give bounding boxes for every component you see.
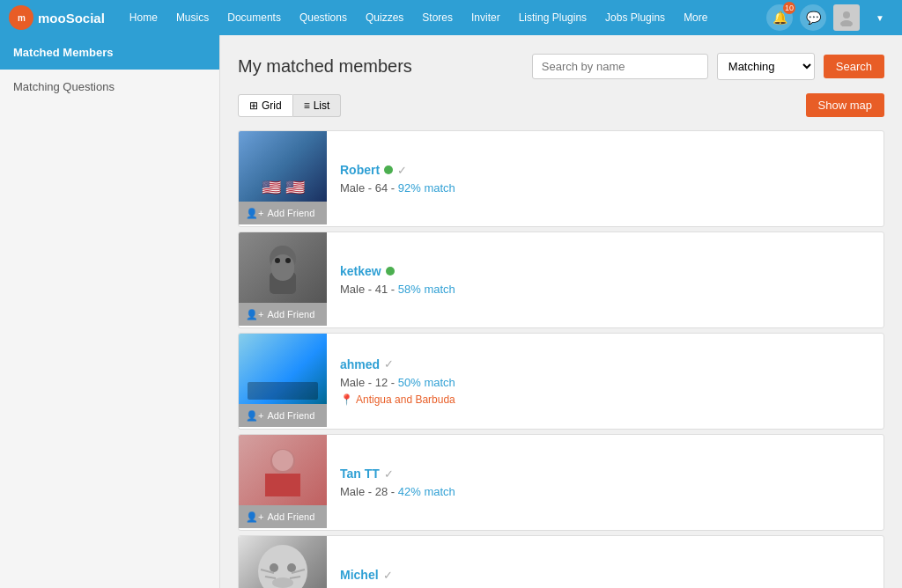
member-info-michel: Michel ✓ Male - 9 - 33% match xyxy=(327,536,462,588)
sidebar-item-matching-questions[interactable]: Matching Questions xyxy=(0,70,219,104)
nav-more[interactable]: More xyxy=(676,7,714,28)
svg-point-3 xyxy=(840,20,853,26)
nav-home[interactable]: Home xyxy=(122,7,165,28)
svg-text:m: m xyxy=(18,13,26,23)
member-name-tantt[interactable]: Tan TT xyxy=(340,467,380,481)
svg-rect-6 xyxy=(271,254,294,281)
nav-jobs-plugins[interactable]: Jobs Plugins xyxy=(598,7,672,28)
main-layout: Matched Members Matching Questions My ma… xyxy=(0,35,902,588)
table-row: 👤+ Add Friend Michel ✓ Male - 9 - 33% ma… xyxy=(238,535,884,588)
nav-documents[interactable]: Documents xyxy=(220,7,288,28)
logo-text: mooSocial xyxy=(38,11,105,26)
nav-questions[interactable]: Questions xyxy=(292,7,354,28)
search-input[interactable] xyxy=(532,54,708,79)
location-pin-icon: 📍 xyxy=(340,393,353,406)
add-friend-icon-ketkew: 👤+ xyxy=(246,309,263,320)
messages-button[interactable]: 💬 xyxy=(800,4,826,31)
table-row: 🇺🇸 🇺🇸 👤+ Add Friend Robert ✓ xyxy=(238,130,884,227)
svg-rect-10 xyxy=(265,474,300,496)
member-photo-tantt: 👤+ Add Friend xyxy=(239,435,327,530)
member-meta-ahmed: Male - 12 - 50% match xyxy=(340,376,455,389)
member-photo-ahmed: 👤+ Add Friend xyxy=(239,334,327,429)
member-meta-tantt: Male - 28 - 42% match xyxy=(340,485,455,498)
member-info-robert: Robert ✓ Male - 64 - 92% match xyxy=(327,131,469,226)
view-toggle: ⊞ Grid ≡ List xyxy=(238,94,341,117)
member-location-ahmed: 📍 Antigua and Barbuda xyxy=(340,393,455,406)
table-row: 👤+ Add Friend ketkew Male - 41 - 58% mat… xyxy=(238,232,884,328)
verified-icon-ahmed: ✓ xyxy=(384,357,394,371)
member-info-tantt: Tan TT ✓ Male - 28 - 42% match xyxy=(327,435,469,530)
toolbar: ⊞ Grid ≡ List Show map xyxy=(238,93,884,117)
add-friend-button-tantt[interactable]: 👤+ Add Friend xyxy=(239,505,327,528)
svg-point-8 xyxy=(285,258,291,263)
list-view-button[interactable]: ≡ List xyxy=(293,94,342,117)
member-photo-michel: 👤+ Add Friend xyxy=(239,536,327,588)
member-meta-robert: Male - 64 - 92% match xyxy=(340,181,455,195)
nav-stores[interactable]: Stores xyxy=(415,7,460,28)
member-info-ketkew: ketkew Male - 41 - 58% match xyxy=(327,232,469,327)
member-info-ahmed: ahmed ✓ Male - 12 - 50% match 📍 Antigua … xyxy=(327,334,469,429)
notification-badge: 10 xyxy=(783,2,795,14)
member-name-michel[interactable]: Michel xyxy=(340,568,379,582)
grid-view-button[interactable]: ⊞ Grid xyxy=(238,94,293,117)
nav-inviter[interactable]: Inviter xyxy=(464,7,507,28)
member-name-ketkew[interactable]: ketkew xyxy=(340,264,381,278)
nav-listing-plugins[interactable]: Listing Plugins xyxy=(512,7,594,28)
online-indicator-ketkew xyxy=(386,267,395,276)
svg-point-11 xyxy=(272,450,293,471)
page-title: My matched members xyxy=(238,56,523,77)
search-button[interactable]: Search xyxy=(824,55,884,78)
list-icon: ≡ xyxy=(304,99,310,112)
member-photo-ketkew: 👤+ Add Friend xyxy=(239,232,327,327)
members-list: 🇺🇸 🇺🇸 👤+ Add Friend Robert ✓ xyxy=(238,130,884,588)
online-indicator-robert xyxy=(384,165,393,174)
table-row: 👤+ Add Friend Tan TT ✓ Male - 28 - 42% m… xyxy=(238,434,884,531)
svg-point-7 xyxy=(275,258,280,263)
top-nav: m mooSocial Home Musics Documents Questi… xyxy=(0,0,902,35)
table-row: 👤+ Add Friend ahmed ✓ Male - 12 - 50% ma… xyxy=(238,333,884,430)
nav-quizzes[interactable]: Quizzes xyxy=(359,7,410,28)
user-avatar[interactable] xyxy=(833,4,860,31)
main-content: My matched members Matching Friends All … xyxy=(220,35,902,588)
add-friend-button-ahmed[interactable]: 👤+ Add Friend xyxy=(239,404,327,427)
member-meta-ketkew: Male - 41 - 58% match xyxy=(340,283,455,296)
verified-icon-tantt: ✓ xyxy=(384,467,394,481)
logo-icon: m xyxy=(9,5,33,30)
sidebar-item-matched-members[interactable]: Matched Members xyxy=(0,35,219,70)
add-friend-button-robert[interactable]: 👤+ Add Friend xyxy=(239,202,327,224)
verified-icon-michel: ✓ xyxy=(383,569,393,582)
member-name-robert[interactable]: Robert xyxy=(340,163,380,177)
svg-point-13 xyxy=(270,563,278,572)
add-friend-icon-ahmed: 👤+ xyxy=(246,410,263,422)
search-dropdown[interactable]: Matching Friends All Members xyxy=(717,53,815,80)
svg-point-2 xyxy=(843,11,850,18)
grid-icon: ⊞ xyxy=(249,99,258,112)
nav-items: Home Musics Documents Questions Quizzes … xyxy=(122,7,766,28)
nav-musics[interactable]: Musics xyxy=(169,7,216,28)
member-name-ahmed[interactable]: ahmed xyxy=(340,357,380,371)
svg-point-14 xyxy=(287,563,296,572)
user-menu-chevron[interactable]: ▼ xyxy=(867,4,893,31)
logo[interactable]: m mooSocial xyxy=(9,5,105,30)
notifications-button[interactable]: 🔔 10 xyxy=(766,4,793,31)
add-friend-icon-tantt: 👤+ xyxy=(246,511,263,523)
sidebar: Matched Members Matching Questions xyxy=(0,35,220,588)
add-friend-icon: 👤+ xyxy=(246,208,263,219)
nav-right: 🔔 10 💬 ▼ xyxy=(766,4,893,31)
verified-icon-robert: ✓ xyxy=(397,164,407,177)
add-friend-button-ketkew[interactable]: 👤+ Add Friend xyxy=(239,303,327,326)
member-photo-robert: 🇺🇸 🇺🇸 👤+ Add Friend xyxy=(239,131,327,226)
show-map-button[interactable]: Show map xyxy=(806,93,884,117)
page-header: My matched members Matching Friends All … xyxy=(238,53,884,80)
